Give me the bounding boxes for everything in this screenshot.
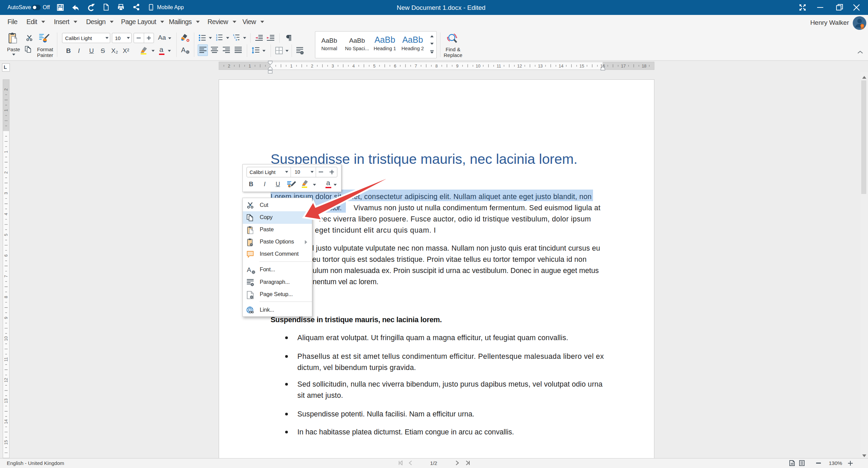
svg-text:5: 5 xyxy=(4,234,8,236)
svg-text:1: 1 xyxy=(4,109,8,112)
svg-text:12: 12 xyxy=(517,64,522,69)
svg-text:1: 1 xyxy=(249,64,251,69)
svg-text:3: 3 xyxy=(216,39,217,41)
svg-text:2: 2 xyxy=(4,171,8,174)
svg-text:12: 12 xyxy=(4,378,8,383)
svg-text:9: 9 xyxy=(4,317,8,319)
svg-text:1: 1 xyxy=(290,64,293,69)
svg-text:8: 8 xyxy=(4,296,8,298)
svg-text:6: 6 xyxy=(4,254,8,257)
svg-text:2: 2 xyxy=(234,36,236,39)
svg-text:15: 15 xyxy=(4,440,8,445)
svg-text:4: 4 xyxy=(352,64,355,69)
svg-text:1: 1 xyxy=(216,34,217,36)
svg-text:3: 3 xyxy=(4,192,8,195)
svg-text:5: 5 xyxy=(373,64,376,69)
svg-text:9: 9 xyxy=(456,64,458,69)
svg-text:11: 11 xyxy=(4,357,8,362)
svg-text:6: 6 xyxy=(394,64,396,69)
svg-text:13: 13 xyxy=(538,64,543,69)
svg-text:13: 13 xyxy=(4,398,8,403)
svg-text:17: 17 xyxy=(621,64,626,69)
svg-text:2: 2 xyxy=(228,64,230,69)
svg-text:1: 1 xyxy=(4,151,8,153)
svg-text:4: 4 xyxy=(4,213,8,215)
svg-text:7: 7 xyxy=(4,275,8,277)
svg-text:2: 2 xyxy=(4,89,8,91)
svg-text:14: 14 xyxy=(559,64,564,69)
svg-text:2: 2 xyxy=(311,64,313,69)
svg-text:7: 7 xyxy=(415,64,417,69)
svg-text:8: 8 xyxy=(435,64,438,69)
svg-text:1: 1 xyxy=(233,34,234,36)
svg-text:18: 18 xyxy=(642,64,647,69)
svg-text:3: 3 xyxy=(332,64,334,69)
svg-text:10: 10 xyxy=(476,64,480,69)
svg-text:3: 3 xyxy=(236,39,237,41)
svg-text:15: 15 xyxy=(579,64,584,69)
svg-text:14: 14 xyxy=(4,419,8,424)
svg-text:10: 10 xyxy=(4,336,8,341)
svg-text:2: 2 xyxy=(216,36,217,39)
svg-text:11: 11 xyxy=(497,64,501,69)
